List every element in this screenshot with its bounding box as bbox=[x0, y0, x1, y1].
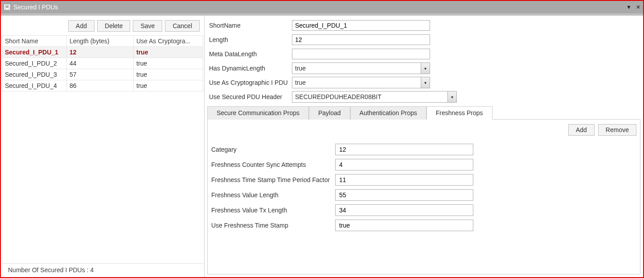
use-sec-hdr-label: Use Secured PDU Header bbox=[207, 93, 292, 100]
category-input[interactable] bbox=[335, 144, 473, 155]
tabs: Secure Communication Props Payload Authe… bbox=[207, 106, 640, 120]
table-row[interactable]: Secured_I_PDU_3 57 true bbox=[2, 69, 203, 80]
freshness-add-button[interactable]: Add bbox=[568, 124, 595, 136]
use-freshness-timestamp-label: Use Freshness Time Stamp bbox=[210, 222, 335, 229]
tabpane-freshness: Add Remove Categary Freshness Counter Sy… bbox=[207, 120, 640, 274]
sync-attempts-input[interactable] bbox=[335, 159, 473, 170]
cell-length: 44 bbox=[67, 58, 134, 69]
category-label: Categary bbox=[210, 146, 335, 153]
svg-rect-0 bbox=[5, 4, 9, 10]
cell-use-cryp: true bbox=[134, 47, 203, 58]
close-icon[interactable]: ✕ bbox=[636, 4, 640, 10]
tab-payload[interactable]: Payload bbox=[309, 106, 350, 120]
freshness-value-tx-length-input[interactable] bbox=[335, 204, 473, 216]
cancel-button[interactable]: Cancel bbox=[165, 20, 200, 32]
window-title: Secured I PDUs bbox=[13, 4, 58, 11]
dropdown-icon[interactable]: ▼ bbox=[626, 4, 632, 10]
use-cryp-label: Use As Cryptographic I PDU bbox=[207, 79, 292, 86]
add-button[interactable]: Add bbox=[68, 20, 94, 32]
cell-short-name: Secured_I_PDU_1 bbox=[2, 47, 67, 58]
cell-use-cryp: true bbox=[134, 58, 203, 69]
cell-use-cryp: true bbox=[134, 80, 203, 91]
col-use-cryp[interactable]: Use As Cryptogra... bbox=[134, 36, 203, 47]
freshness-value-tx-length-label: Freshness Value Tx Length bbox=[210, 207, 335, 214]
use-sec-hdr-value: SECUREDPDUHEADER08BIT bbox=[292, 91, 447, 102]
left-pane: Add Delete Save Cancel Short Name Length… bbox=[1, 16, 205, 277]
table-row[interactable]: Secured_I_PDU_1 12 true bbox=[2, 47, 203, 58]
col-short-name[interactable]: Short Name bbox=[2, 36, 67, 47]
use-freshness-timestamp-input[interactable] bbox=[335, 220, 473, 231]
length-input[interactable] bbox=[292, 34, 430, 45]
app-window: Secured I PDUs ▼ ✕ Add Delete Save Cance… bbox=[0, 0, 644, 278]
chevron-down-icon[interactable]: ▾ bbox=[421, 63, 430, 74]
col-length[interactable]: Length (bytes) bbox=[67, 36, 134, 47]
table-row[interactable]: Secured_I_PDU_2 44 true bbox=[2, 58, 203, 69]
has-dynamic-length-value: true bbox=[292, 63, 421, 74]
titlebar: Secured I PDUs ▼ ✕ bbox=[1, 1, 643, 13]
right-pane: ShortName Length Meta DataLength Has Dyn… bbox=[205, 16, 643, 277]
shortname-input[interactable] bbox=[292, 20, 430, 31]
table-row[interactable]: Secured_I_PDU_4 86 true bbox=[2, 80, 203, 91]
chevron-down-icon[interactable]: ▾ bbox=[447, 91, 456, 102]
meta-length-label: Meta DataLength bbox=[207, 50, 292, 58]
chevron-down-icon[interactable]: ▾ bbox=[421, 77, 430, 88]
has-dynamic-length-select[interactable]: true ▾ bbox=[292, 62, 430, 74]
cell-length: 86 bbox=[67, 80, 134, 91]
shortname-label: ShortName bbox=[207, 22, 292, 29]
length-label: Length bbox=[207, 36, 292, 43]
document-icon bbox=[4, 4, 11, 11]
cell-short-name: Secured_I_PDU_2 bbox=[2, 58, 67, 69]
has-dynamic-length-label: Has DynamicLength bbox=[207, 65, 292, 72]
cell-short-name: Secured_I_PDU_4 bbox=[2, 80, 67, 91]
cell-use-cryp: true bbox=[134, 69, 203, 80]
save-button[interactable]: Save bbox=[133, 20, 162, 32]
time-period-factor-input[interactable] bbox=[335, 174, 473, 186]
sync-attempts-label: Freshness Counter Sync Attempts bbox=[210, 161, 335, 168]
status-bar: Number Of Secured I PDUs : 4 bbox=[2, 263, 203, 276]
freshness-remove-button[interactable]: Remove bbox=[598, 124, 636, 136]
tab-authentication-props[interactable]: Authentication Props bbox=[350, 106, 427, 120]
left-button-row: Add Delete Save Cancel bbox=[2, 18, 203, 35]
pdu-table[interactable]: Short Name Length (bytes) Use As Cryptog… bbox=[2, 35, 203, 91]
freshness-value-length-input[interactable] bbox=[335, 189, 473, 201]
cell-length: 12 bbox=[67, 47, 134, 58]
use-cryp-select[interactable]: true ▾ bbox=[292, 77, 430, 88]
freshness-value-length-label: Freshness Value Length bbox=[210, 191, 335, 199]
delete-button[interactable]: Delete bbox=[97, 20, 130, 32]
tab-secure-comm-props[interactable]: Secure Communication Props bbox=[207, 106, 309, 120]
time-period-factor-label: Freshness Time Stamp Time Period Factor bbox=[210, 176, 335, 183]
use-cryp-value: true bbox=[292, 77, 421, 88]
use-sec-hdr-select[interactable]: SECUREDPDUHEADER08BIT ▾ bbox=[292, 91, 457, 103]
tab-freshness-props[interactable]: Freshness Props bbox=[427, 106, 492, 120]
cell-length: 57 bbox=[67, 69, 134, 80]
meta-length-input[interactable] bbox=[292, 49, 430, 59]
cell-short-name: Secured_I_PDU_3 bbox=[2, 69, 67, 80]
